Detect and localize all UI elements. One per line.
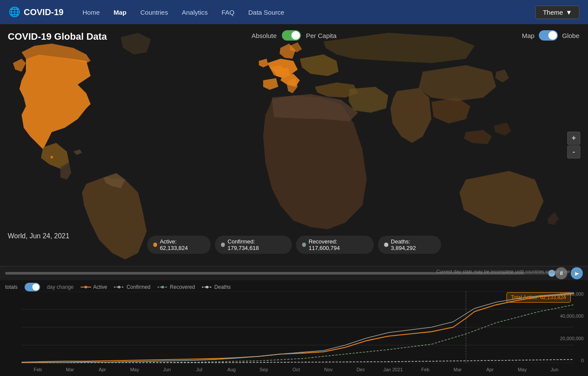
zoom-out-button[interactable]: -: [567, 145, 580, 158]
x-label-9: Nov: [312, 367, 345, 372]
brand-icon: 🌐: [9, 6, 20, 18]
svg-point-4: [85, 286, 87, 288]
recovered-dot: [302, 243, 306, 247]
confirmed-stat: Confirmed: 179,734,618: [228, 238, 286, 251]
legend-totals: totals: [5, 284, 18, 290]
legend-confirmed-label: Confirmed: [126, 284, 150, 290]
nav-map[interactable]: Map: [107, 6, 132, 19]
x-label-11: Jan 2021: [377, 367, 409, 372]
map-top-controls: Absolute Per Capita: [252, 30, 336, 41]
stat-confirmed: Confirmed: 179,734,618: [215, 236, 292, 254]
x-label-16: Jun: [538, 367, 571, 372]
x-label-15: May: [506, 367, 538, 372]
navbar: 🌐 COVID-19 Home Map Countries Analytics …: [0, 0, 588, 24]
x-label-4: Jun: [151, 367, 183, 372]
absolute-label: Absolute: [252, 32, 277, 39]
stat-recovered: Recovered: 117,600,794: [296, 236, 374, 254]
map-container: COVID-19 Global Data Absolute Per Capita…: [0, 24, 588, 266]
x-label-10: Dec: [345, 367, 377, 372]
svg-point-2: [50, 156, 53, 158]
x-label-6: Aug: [215, 367, 248, 372]
map-globe-toggle[interactable]: [539, 30, 558, 41]
map-title: COVID-19 Global Data: [8, 31, 107, 42]
stat-active: Active: 62,133,824: [147, 236, 211, 254]
legend-active-label: Active: [93, 284, 107, 290]
recovered-line-icon: [157, 285, 168, 289]
legend-recovered: Recovered: [157, 284, 195, 290]
nav-faq[interactable]: FAQ: [216, 6, 241, 19]
legend-recovered-label: Recovered: [170, 284, 195, 290]
confirmed-dot: [221, 243, 225, 247]
deaths-line-icon: [202, 285, 212, 289]
legend-day-change: day change: [47, 284, 74, 290]
stat-deaths: Deaths: 3,894,292: [378, 236, 441, 254]
chart-svg: [0, 291, 588, 363]
svg-point-6: [118, 286, 120, 288]
per-capita-label: Per Capita: [306, 32, 336, 39]
confirmed-line-icon: [114, 285, 124, 289]
zoom-controls: + -: [567, 132, 580, 158]
brand: 🌐 COVID-19: [9, 6, 63, 18]
x-label-1: Mar: [54, 367, 86, 372]
nav-analytics[interactable]: Analytics: [176, 6, 214, 19]
deaths-stat: Deaths: 3,894,292: [391, 238, 435, 251]
chevron-down-icon: ▼: [566, 9, 572, 16]
map-view-label: Map: [522, 32, 535, 39]
recovered-stat: Recovered: 117,600,794: [308, 238, 368, 251]
date-label: World, Jun 24, 2021: [8, 232, 69, 240]
chart-legend: totals day change Active Confirmed Recov…: [5, 283, 231, 291]
zoom-in-button[interactable]: +: [567, 132, 580, 145]
x-label-12: Feb: [409, 367, 442, 372]
absolute-per-capita-toggle[interactable]: [282, 30, 301, 41]
x-label-7: Sep: [248, 367, 280, 372]
world-map[interactable]: [0, 24, 588, 266]
svg-point-8: [161, 286, 164, 288]
totals-toggle[interactable]: [25, 283, 40, 291]
x-label-8: Oct: [280, 367, 312, 372]
y-axis-labels: 60,000,000 40,000,000 20,000,000 0: [560, 291, 584, 363]
active-line-icon: [81, 285, 91, 289]
nav-home[interactable]: Home: [76, 6, 106, 19]
legend-confirmed: Confirmed: [114, 284, 150, 290]
x-label-14: Apr: [474, 367, 506, 372]
deaths-dot: [384, 243, 388, 247]
svg-point-10: [206, 286, 208, 288]
nav-links: Home Map Countries Analytics FAQ Data So…: [76, 6, 531, 19]
nav-right: Theme ▼: [535, 6, 579, 19]
legend-deaths: Deaths: [202, 284, 231, 290]
chart-svg-wrap: [0, 291, 588, 363]
map-view-toggle: Map Globe: [522, 30, 579, 41]
y-label-60m: 60,000,000: [560, 291, 584, 297]
x-label-0: Feb: [22, 367, 54, 372]
nav-datasource[interactable]: Data Source: [242, 6, 290, 19]
x-axis-labels: Feb Mar Apr May Jun Jul Aug Sep Oct Nov …: [0, 363, 588, 376]
legend-active: Active: [81, 284, 107, 290]
legend-deaths-label: Deaths: [214, 284, 231, 290]
y-label-0: 0: [581, 358, 584, 363]
chart-area: ⏸ ▶ Current day stats may be incomplete …: [0, 266, 588, 376]
active-stat: Active: 62,133,824: [160, 238, 204, 251]
theme-button[interactable]: Theme ▼: [535, 6, 579, 19]
globe-view-label: Globe: [562, 32, 579, 39]
stats-bar: Active: 62,133,824 Confirmed: 179,734,61…: [147, 236, 441, 254]
x-label-5: Jul: [183, 367, 215, 372]
active-dot: [153, 243, 157, 247]
x-label-2: Apr: [86, 367, 119, 372]
nav-countries[interactable]: Countries: [134, 6, 174, 19]
x-label-13: Mar: [441, 367, 474, 372]
brand-title: COVID-19: [24, 7, 63, 17]
incomplete-note: Current day stats may be incomplete unti…: [437, 269, 582, 274]
y-label-20m: 20,000,000: [560, 336, 584, 341]
y-label-40m: 40,000,000: [560, 313, 584, 319]
x-label-3: May: [119, 367, 151, 372]
